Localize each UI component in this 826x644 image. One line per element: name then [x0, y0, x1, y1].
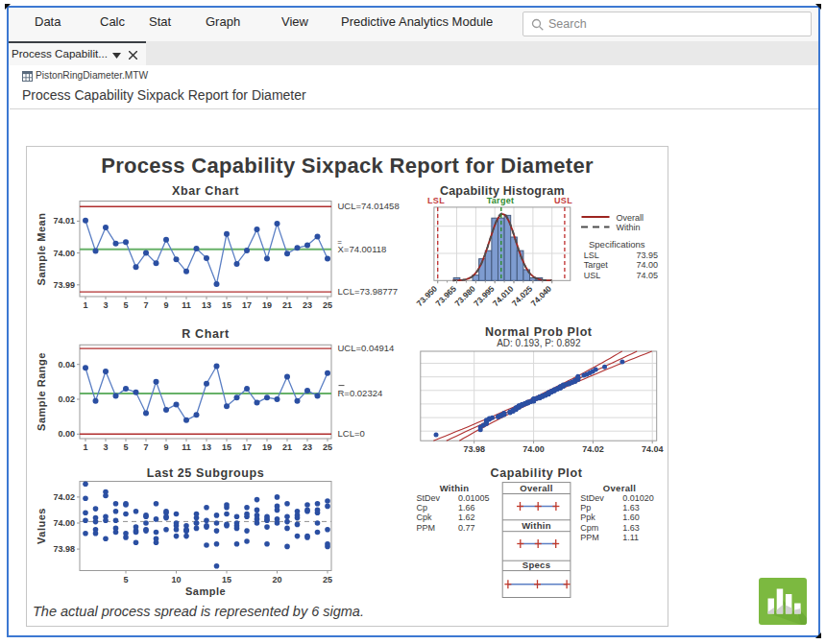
svg-text:StDev: StDev: [417, 493, 441, 503]
svg-text:20: 20: [272, 575, 281, 584]
svg-text:74.02: 74.02: [582, 444, 604, 454]
svg-text:19: 19: [262, 442, 272, 452]
svg-text:X=74.00118: X=74.00118: [338, 244, 387, 254]
svg-text:3: 3: [103, 442, 108, 452]
svg-text:17: 17: [242, 442, 252, 452]
svg-text:Ppk: Ppk: [580, 513, 595, 522]
svg-text:Capability Plot: Capability Plot: [491, 466, 583, 480]
svg-text:0.00: 0.00: [58, 429, 75, 439]
svg-text:0.77: 0.77: [458, 523, 475, 533]
svg-text:Within: Within: [522, 520, 551, 531]
svg-text:Within: Within: [617, 223, 641, 232]
svg-text:21: 21: [282, 442, 292, 452]
svg-text:1.62: 1.62: [458, 513, 475, 522]
svg-text:73.95: 73.95: [636, 250, 658, 260]
svg-text:74.01: 74.01: [53, 216, 75, 226]
svg-text:23: 23: [303, 300, 312, 310]
svg-text:StDev: StDev: [580, 493, 604, 503]
svg-text:Within: Within: [440, 483, 470, 493]
svg-text:1.11: 1.11: [622, 533, 639, 542]
svg-text:1.63: 1.63: [622, 523, 640, 533]
svg-text:Process Capability Sixpack Rep: Process Capability Sixpack Report for Di…: [101, 154, 594, 178]
svg-text:Overall: Overall: [617, 213, 644, 223]
svg-text:0.01005: 0.01005: [458, 493, 490, 503]
svg-text:74.040: 74.040: [529, 283, 554, 308]
svg-text:Target: Target: [487, 196, 515, 205]
svg-text:3: 3: [103, 300, 108, 310]
svg-text:21: 21: [282, 300, 292, 310]
svg-text:Values: Values: [36, 508, 47, 544]
svg-text:25: 25: [323, 575, 332, 584]
svg-text:73.98: 73.98: [463, 444, 485, 454]
svg-text:5: 5: [123, 300, 128, 310]
svg-text:9: 9: [163, 442, 168, 452]
svg-text:Overall: Overall: [603, 483, 636, 493]
svg-text:15: 15: [222, 300, 231, 310]
svg-text:0.01020: 0.01020: [622, 493, 654, 503]
svg-text:11: 11: [182, 300, 191, 310]
svg-text:The actual process spread is r: The actual process spread is represented…: [33, 604, 364, 619]
svg-text:74.04: 74.04: [642, 444, 664, 454]
svg-text:13: 13: [202, 300, 211, 310]
svg-text:Sample Range: Sample Range: [36, 352, 47, 431]
svg-text:74.00: 74.00: [53, 518, 75, 528]
svg-text:74.02: 74.02: [53, 492, 75, 502]
svg-text:1.60: 1.60: [622, 513, 640, 522]
svg-text:74.00: 74.00: [636, 260, 658, 270]
svg-text:19: 19: [262, 300, 272, 310]
svg-text:1.63: 1.63: [622, 503, 640, 513]
svg-text:Specifications: Specifications: [589, 239, 645, 250]
svg-text:25: 25: [323, 300, 332, 310]
svg-text:UCL=74.01458: UCL=74.01458: [338, 201, 400, 211]
svg-text:11: 11: [182, 442, 191, 452]
svg-text:UCL=0.04914: UCL=0.04914: [338, 343, 395, 353]
svg-text:USL: USL: [584, 271, 601, 280]
svg-text:Sample: Sample: [185, 585, 226, 597]
svg-text:7: 7: [143, 442, 148, 452]
svg-text:17: 17: [242, 300, 252, 310]
svg-text:74.00: 74.00: [522, 444, 545, 454]
svg-text:74.00: 74.00: [53, 249, 75, 258]
svg-text:=: =: [337, 238, 342, 247]
svg-text:25: 25: [323, 442, 332, 452]
svg-text:Overall: Overall: [520, 483, 552, 493]
svg-text:AD: 0.193, P: 0.892: AD: 0.193, P: 0.892: [497, 338, 581, 348]
svg-text:Pp: Pp: [580, 503, 591, 513]
svg-text:Cpk: Cpk: [417, 513, 433, 522]
svg-text:0.04: 0.04: [58, 360, 75, 370]
svg-text:15: 15: [222, 575, 231, 584]
svg-text:9: 9: [163, 300, 168, 310]
svg-text:5: 5: [123, 575, 128, 584]
svg-text:LCL=73.98777: LCL=73.98777: [338, 286, 399, 297]
svg-text:1: 1: [83, 300, 87, 310]
svg-text:23: 23: [303, 442, 312, 452]
svg-text:0.02: 0.02: [58, 394, 75, 404]
svg-text:7: 7: [143, 300, 148, 310]
svg-text:1.66: 1.66: [458, 503, 475, 513]
svg-text:PPM: PPM: [580, 533, 599, 542]
svg-text:Specs: Specs: [522, 560, 551, 570]
svg-text:73.98: 73.98: [53, 544, 75, 554]
svg-text:LSL: LSL: [427, 196, 445, 205]
svg-text:LSL: LSL: [584, 250, 599, 260]
svg-text:15: 15: [222, 442, 231, 452]
svg-text:Sample Mean: Sample Mean: [36, 213, 47, 286]
svg-text:LCL=0: LCL=0: [338, 428, 365, 439]
svg-text:Target: Target: [584, 260, 609, 270]
svg-text:Cp: Cp: [417, 503, 428, 513]
svg-text:R Chart: R Chart: [182, 327, 230, 341]
svg-text:5: 5: [123, 442, 128, 452]
svg-text:13: 13: [202, 442, 211, 452]
svg-text:Xbar Chart: Xbar Chart: [172, 184, 239, 198]
svg-text:Last 25 Subgroups: Last 25 Subgroups: [147, 466, 265, 480]
svg-text:Normal Prob Plot: Normal Prob Plot: [485, 325, 593, 339]
svg-text:Cpm: Cpm: [580, 523, 598, 533]
svg-text:74.05: 74.05: [636, 271, 658, 280]
svg-text:PPM: PPM: [417, 523, 436, 533]
svg-text:73.99: 73.99: [53, 280, 75, 290]
svg-text:USL: USL: [554, 196, 572, 205]
svg-text:10: 10: [171, 575, 181, 584]
svg-text:1: 1: [83, 442, 87, 452]
svg-text:R=0.02324: R=0.02324: [338, 388, 383, 398]
